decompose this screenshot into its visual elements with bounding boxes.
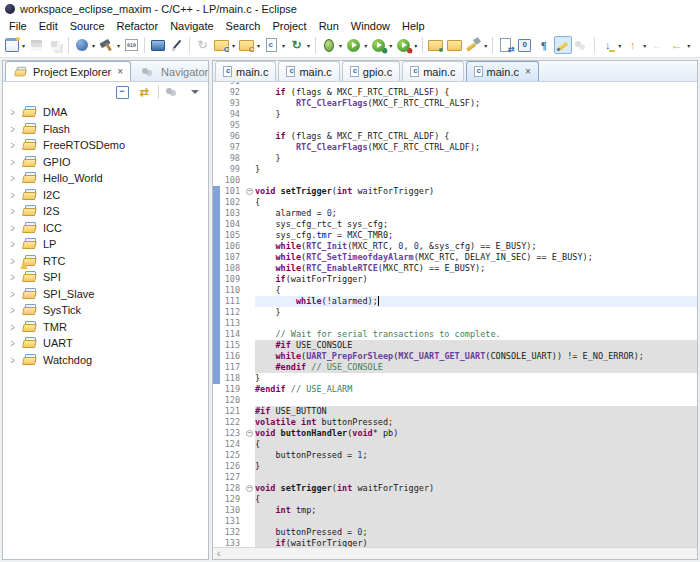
code-text[interactable]: } xyxy=(255,307,697,318)
menu-run[interactable]: Run xyxy=(313,20,345,32)
dropdown-arrow-icon[interactable]: ▾ xyxy=(92,42,95,49)
code-text[interactable] xyxy=(255,472,697,483)
menu-window[interactable]: Window xyxy=(345,20,396,32)
dropdown-arrow-icon[interactable]: ▾ xyxy=(687,42,690,49)
code-text[interactable]: void buttonHandler(void* pb) xyxy=(255,428,697,439)
pin-editor-icon[interactable] xyxy=(168,36,186,54)
run-icon[interactable] xyxy=(345,36,363,54)
horizontal-scrollbar[interactable]: ‹ xyxy=(213,547,697,559)
code-text[interactable]: if (flags & MXC_F_RTC_CTRL_ALSF) { xyxy=(255,87,697,98)
code-text[interactable]: volatile int buttonPressed; xyxy=(255,417,697,428)
code-text[interactable]: buttonPressed = 0; xyxy=(255,527,697,538)
dropdown-arrow-icon[interactable]: ▾ xyxy=(484,42,487,49)
code-text[interactable]: #if USE_CONSOLE xyxy=(255,340,697,351)
expand-chevron-icon[interactable]: > xyxy=(10,337,16,350)
dropdown-arrow-icon[interactable]: ▾ xyxy=(307,42,310,49)
collapse-all-icon[interactable] xyxy=(114,84,130,100)
code-text[interactable] xyxy=(255,395,697,406)
menu-navigate[interactable]: Navigate xyxy=(164,20,219,32)
view-menu-icon[interactable] xyxy=(187,84,203,100)
code-text[interactable]: while(RTC_EnableRTCE(MXC_RTC) == E_BUSY)… xyxy=(255,263,697,274)
tab-navigator[interactable]: Navigator xyxy=(133,61,216,81)
expand-chevron-icon[interactable]: > xyxy=(10,222,16,235)
code-text[interactable]: { xyxy=(255,285,697,296)
expand-chevron-icon[interactable]: > xyxy=(10,139,16,152)
project-flash[interactable]: >Flash xyxy=(3,121,208,138)
fold-collapse-icon[interactable]: − xyxy=(246,188,253,195)
code-text[interactable]: } xyxy=(255,153,697,164)
c-build-icon[interactable] xyxy=(288,36,306,54)
dropdown-arrow-icon[interactable]: ▾ xyxy=(364,42,367,49)
dropdown-arrow-icon[interactable]: ▾ xyxy=(618,42,621,49)
code-text[interactable]: } xyxy=(255,373,697,384)
code-text[interactable]: void setTrigger(int waitForTrigger) xyxy=(255,483,697,494)
code-text[interactable]: #endif // USE_ALARM xyxy=(255,384,697,395)
toggle-block-icon[interactable] xyxy=(516,36,534,54)
project-hello_world[interactable]: >Hello_World xyxy=(3,170,208,187)
link-editor-file-icon[interactable] xyxy=(497,36,515,54)
expand-chevron-icon[interactable]: > xyxy=(10,354,16,367)
code-text[interactable]: sys_cfg.tmr = MXC_TMR0; xyxy=(255,230,697,241)
close-icon[interactable]: × xyxy=(115,66,123,77)
external-tools-icon[interactable] xyxy=(395,36,413,54)
scroll-left-icon[interactable]: ‹ xyxy=(213,549,220,559)
code-text[interactable]: int tmp; xyxy=(255,505,697,516)
new-c-project-icon[interactable] xyxy=(213,36,231,54)
menu-project[interactable]: Project xyxy=(266,20,312,32)
fold-collapse-icon[interactable]: − xyxy=(246,430,253,437)
debug-icon[interactable] xyxy=(320,36,338,54)
project-spi[interactable]: >SPI xyxy=(3,269,208,286)
dropdown-arrow-icon[interactable]: ▾ xyxy=(232,42,235,49)
editor-tab-1[interactable]: main.c xyxy=(215,61,276,81)
code-text[interactable]: { xyxy=(255,197,697,208)
code-text[interactable]: } xyxy=(255,461,697,472)
next-annotation-icon[interactable] xyxy=(624,36,642,54)
code-text[interactable] xyxy=(255,318,697,329)
filters-icon[interactable] xyxy=(165,84,181,100)
tab-close-icon[interactable]: × xyxy=(523,66,531,77)
expand-chevron-icon[interactable]: > xyxy=(10,106,16,119)
last-edit-icon[interactable] xyxy=(599,36,617,54)
code-text[interactable]: #if USE_BUTTON xyxy=(255,406,697,417)
code-text[interactable]: } xyxy=(255,109,697,120)
menu-search[interactable]: Search xyxy=(220,20,267,32)
link-with-editor-icon[interactable] xyxy=(136,84,152,100)
project-watchdog[interactable]: >Watchdog xyxy=(3,352,208,369)
code-text[interactable]: alarmed = 0; xyxy=(255,208,697,219)
code-text[interactable]: while(RTC_Init(MXC_RTC, 0, 0, &sys_cfg) … xyxy=(255,241,697,252)
highlighter-icon[interactable] xyxy=(554,36,572,54)
run-coverage-icon[interactable] xyxy=(370,36,388,54)
open-task-icon[interactable] xyxy=(427,36,445,54)
code-text[interactable]: if(waitForTrigger) xyxy=(255,274,697,285)
project-rtc[interactable]: >RTC xyxy=(3,253,208,270)
menu-source[interactable]: Source xyxy=(64,20,111,32)
code-text[interactable]: RTC_ClearFlags(MXC_F_RTC_CTRL_ALDF); xyxy=(255,142,697,153)
expand-chevron-icon[interactable]: > xyxy=(10,238,16,251)
code-text[interactable]: { xyxy=(255,494,697,505)
editor-tab-3[interactable]: gpio.c xyxy=(342,61,400,81)
expand-chevron-icon[interactable]: > xyxy=(10,123,16,136)
project-dma[interactable]: >DMA xyxy=(3,104,208,121)
code-text[interactable]: if(waitForTrigger) xyxy=(255,538,697,547)
project-gpio[interactable]: >GPIO xyxy=(3,154,208,171)
expand-chevron-icon[interactable]: > xyxy=(10,321,16,334)
menu-file[interactable]: File xyxy=(3,20,33,32)
code-text[interactable]: { xyxy=(255,439,697,450)
project-icc[interactable]: >ICC xyxy=(3,220,208,237)
forward-icon[interactable] xyxy=(668,36,686,54)
build-all-icon[interactable] xyxy=(73,36,91,54)
dropdown-arrow-icon[interactable]: ▾ xyxy=(257,42,260,49)
project-tmr[interactable]: >TMR xyxy=(3,319,208,336)
code-text[interactable]: while(UART_PrepForSleep(MXC_UART_GET_UAR… xyxy=(255,351,697,362)
menu-help[interactable]: Help xyxy=(396,20,431,32)
menu-edit[interactable]: Edit xyxy=(33,20,64,32)
project-i2s[interactable]: >I2S xyxy=(3,203,208,220)
project-freertosdemo[interactable]: >FreeRTOSDemo xyxy=(3,137,208,154)
code-text[interactable]: sys_cfg_rtc_t sys_cfg; xyxy=(255,219,697,230)
expand-chevron-icon[interactable]: > xyxy=(10,271,16,284)
editor-tab-5[interactable]: main.c× xyxy=(466,61,539,81)
open-folder-icon[interactable] xyxy=(446,36,464,54)
code-text[interactable]: while(!alarmed); xyxy=(255,296,697,307)
project-systick[interactable]: >SysTick xyxy=(3,302,208,319)
code-editor[interactable]: 9192 if (flags & MXC_F_RTC_CTRL_ALSF) {9… xyxy=(213,82,697,547)
